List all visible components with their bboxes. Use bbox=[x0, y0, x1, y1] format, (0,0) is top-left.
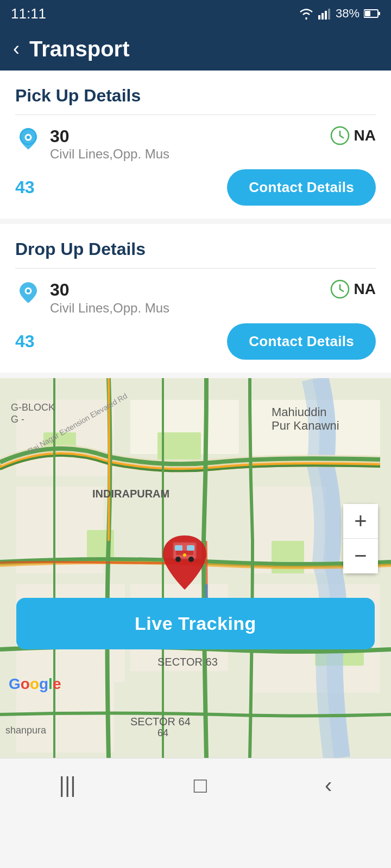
map-zoom-controls: + − bbox=[343, 504, 378, 573]
dropup-stop-number: 30 bbox=[50, 279, 169, 300]
svg-text:G-BLOCK: G-BLOCK bbox=[11, 402, 55, 413]
pickup-time-info: NA bbox=[330, 126, 376, 145]
pickup-section: Pick Up Details 30 Civil Lines,Opp. Mus … bbox=[0, 71, 391, 219]
pickup-divider bbox=[15, 114, 376, 115]
dropup-location-icon bbox=[15, 280, 41, 307]
pickup-location-icon bbox=[15, 127, 41, 153]
status-bar: 11:11 38% bbox=[0, 0, 391, 27]
dropup-bottom-row: 43 Contact Details bbox=[15, 323, 376, 360]
pickup-route-number: 43 bbox=[15, 177, 35, 197]
dropup-clock-icon bbox=[330, 279, 350, 299]
svg-rect-3 bbox=[328, 9, 330, 20]
dropup-time-info: NA bbox=[330, 279, 376, 299]
dropup-title: Drop Up Details bbox=[15, 239, 376, 259]
google-logo: G o o g l e bbox=[9, 675, 61, 693]
svg-rect-2 bbox=[325, 11, 327, 20]
svg-point-14 bbox=[27, 289, 30, 292]
svg-rect-52 bbox=[187, 545, 194, 551]
dropup-divider bbox=[15, 268, 376, 269]
svg-text:shanpura: shanpura bbox=[5, 725, 47, 736]
svg-point-54 bbox=[188, 557, 194, 562]
nav-home-icon[interactable]: □ bbox=[194, 773, 207, 797]
svg-text:Pur Kanawni: Pur Kanawni bbox=[272, 419, 339, 432]
back-button[interactable]: ‹ bbox=[13, 37, 20, 60]
pickup-stop-number: 30 bbox=[50, 126, 169, 146]
dropup-section: Drop Up Details 30 Civil Lines,Opp. Mus … bbox=[0, 224, 391, 372]
svg-text:SECTOR 64: SECTOR 64 bbox=[130, 716, 191, 727]
dropup-stop-info: 30 Civil Lines,Opp. Mus bbox=[50, 279, 169, 315]
pickup-clock-icon bbox=[330, 126, 350, 145]
svg-rect-0 bbox=[318, 15, 320, 20]
nav-bar: ||| □ ‹ bbox=[0, 758, 391, 812]
pickup-title: Pick Up Details bbox=[15, 86, 376, 106]
page-title: Transport bbox=[29, 37, 129, 61]
map-container[interactable]: Mahiuddin Pur Kanawni INDIRAPURAM G-BLOC… bbox=[0, 378, 391, 758]
svg-text:Mahiuddin: Mahiuddin bbox=[272, 405, 327, 419]
svg-rect-6 bbox=[379, 12, 380, 15]
svg-point-56 bbox=[183, 553, 186, 557]
svg-point-9 bbox=[27, 136, 30, 139]
dropup-detail-row: 30 Civil Lines,Opp. Mus NA bbox=[15, 279, 376, 315]
svg-text:INDIRAPURAM: INDIRAPURAM bbox=[92, 488, 169, 500]
pickup-time-label: NA bbox=[354, 127, 376, 144]
pickup-bottom-row: 43 Contact Details bbox=[15, 169, 376, 206]
dropup-detail-left: 30 Civil Lines,Opp. Mus bbox=[15, 279, 169, 315]
nav-back-icon[interactable]: ‹ bbox=[325, 773, 332, 797]
dropup-address: Civil Lines,Opp. Mus bbox=[50, 301, 169, 316]
signal-icon bbox=[318, 8, 331, 20]
svg-line-12 bbox=[340, 136, 343, 138]
map-svg: Mahiuddin Pur Kanawni INDIRAPURAM G-BLOC… bbox=[0, 378, 391, 758]
zoom-out-button[interactable]: − bbox=[343, 539, 378, 573]
svg-line-17 bbox=[340, 289, 343, 291]
pickup-detail-left: 30 Civil Lines,Opp. Mus bbox=[15, 126, 169, 162]
svg-point-53 bbox=[175, 557, 181, 562]
pickup-address: Civil Lines,Opp. Mus bbox=[50, 146, 169, 162]
live-tracking-button[interactable]: Live Tracking bbox=[16, 598, 375, 649]
dropup-route-number: 43 bbox=[15, 331, 35, 352]
wifi-icon bbox=[299, 8, 314, 20]
nav-recents-icon[interactable]: ||| bbox=[59, 773, 76, 797]
pickup-detail-row: 30 Civil Lines,Opp. Mus NA bbox=[15, 126, 376, 162]
header: ‹ Transport bbox=[0, 27, 391, 71]
dropup-contact-button[interactable]: Contact Details bbox=[227, 323, 376, 360]
status-right: 38% bbox=[299, 7, 380, 21]
pickup-stop-info: 30 Civil Lines,Opp. Mus bbox=[50, 126, 169, 162]
svg-rect-5 bbox=[365, 11, 370, 16]
battery-text: 38% bbox=[336, 7, 360, 21]
zoom-in-button[interactable]: + bbox=[343, 504, 378, 539]
svg-text:SECTOR 63: SECTOR 63 bbox=[157, 656, 218, 668]
dropup-time-label: NA bbox=[354, 280, 376, 298]
status-time: 11:11 bbox=[11, 5, 46, 22]
pickup-contact-button[interactable]: Contact Details bbox=[227, 169, 376, 206]
svg-text:64: 64 bbox=[157, 727, 168, 738]
battery-icon bbox=[364, 9, 380, 18]
svg-rect-51 bbox=[175, 545, 182, 551]
svg-text:G -: G - bbox=[11, 414, 24, 425]
svg-rect-1 bbox=[321, 13, 324, 20]
